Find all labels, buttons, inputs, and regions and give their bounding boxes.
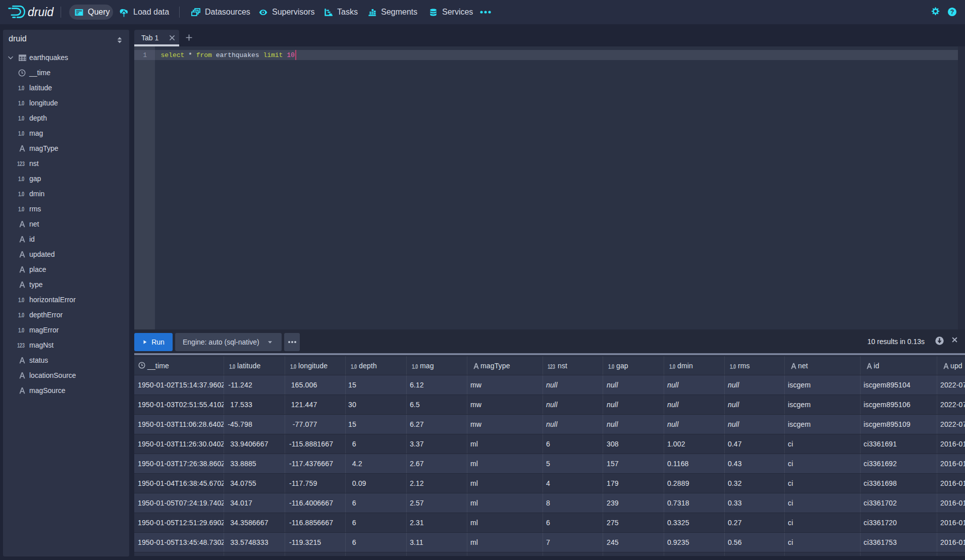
svg-text:?: ?	[950, 9, 954, 16]
